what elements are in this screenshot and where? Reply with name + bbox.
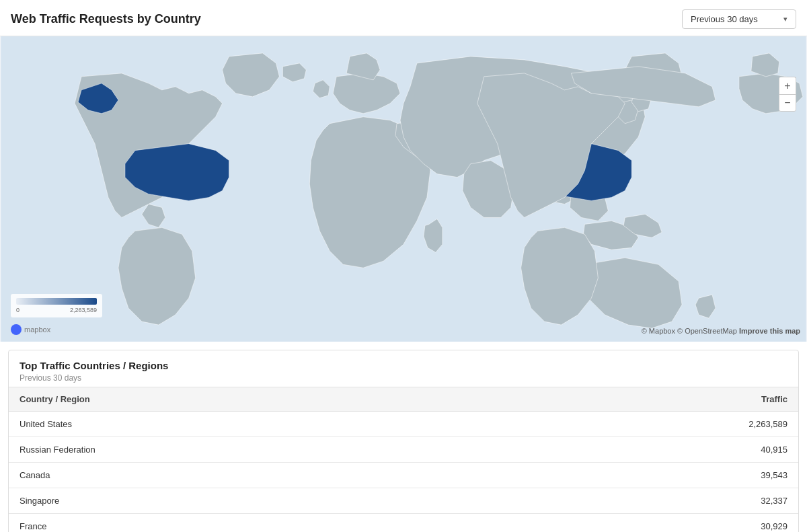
table-subtitle: Previous 30 days: [20, 373, 787, 383]
traffic-cell: 30,929: [404, 514, 798, 533]
country-cell: United States: [9, 412, 404, 437]
table-row: Singapore 32,337: [9, 488, 798, 514]
table-row: France 30,929: [9, 514, 798, 533]
traffic-cell: 39,543: [404, 463, 798, 488]
table-section: Top Traffic Countries / Regions Previous…: [8, 350, 799, 532]
traffic-cell: 40,915: [404, 437, 798, 463]
chevron-down-icon: ▾: [783, 15, 787, 24]
traffic-cell: 32,337: [404, 488, 798, 514]
country-cell: Singapore: [9, 488, 404, 514]
zoom-out-button[interactable]: −: [779, 94, 796, 112]
country-cell: France: [9, 514, 404, 533]
col-header-country: Country / Region: [9, 387, 404, 412]
map-attribution: © Mapbox © OpenStreetMap Improve this ma…: [642, 327, 800, 335]
mapbox-logo: mapbox: [11, 324, 50, 335]
legend-min: 0: [16, 307, 20, 313]
page-title: Web Traffic Requests by Country: [11, 12, 201, 26]
legend-max: 2,263,589: [70, 307, 97, 313]
map-legend: 0 2,263,589: [11, 294, 102, 317]
traffic-cell: 2,263,589: [404, 412, 798, 437]
table-row: United States 2,263,589: [9, 412, 798, 437]
table-row: Canada 39,543: [9, 463, 798, 488]
date-range-dropdown[interactable]: Previous 30 days ▾: [682, 9, 796, 29]
world-map: + − 0 2,263,589 mapbox © Mapbox © OpenSt…: [0, 36, 807, 342]
col-header-traffic: Traffic: [404, 387, 798, 412]
zoom-in-button[interactable]: +: [779, 77, 796, 94]
date-range-label: Previous 30 days: [691, 14, 758, 24]
improve-map-link[interactable]: Improve this map: [739, 327, 800, 335]
table-title: Top Traffic Countries / Regions: [20, 360, 787, 371]
country-cell: Canada: [9, 463, 404, 488]
country-cell: Russian Federation: [9, 437, 404, 463]
table-row: Russian Federation 40,915: [9, 437, 798, 463]
